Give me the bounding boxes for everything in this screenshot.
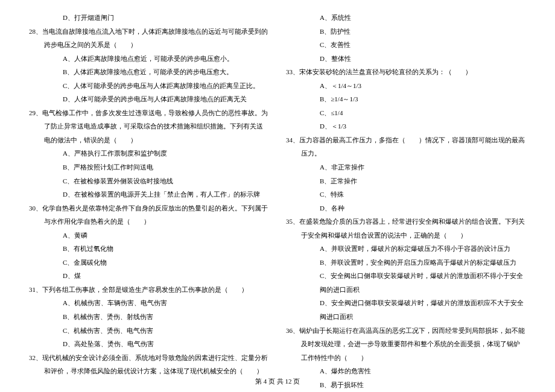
q28-option-c: C、人体可能承受的跨步电压与人体距离故障接地点的距离呈正比。 [29, 79, 269, 93]
q34-option-c: C、特殊 [286, 188, 526, 201]
q33-stem: 33、宋体安装砂轮的法兰盘直径与砂轮直径的关系为：（ ） [286, 65, 526, 79]
q27-option-d: D、打开烟道闸门 [29, 11, 269, 25]
q33-option-c: C、≤1/4 [286, 106, 526, 120]
q32-option-d: D、整体性 [286, 52, 526, 66]
q34-option-a: A、非正常操作 [286, 160, 526, 174]
two-column-layout: D、打开烟道闸门 28、当电流自故障接地点流入地下时，人体距离故障接地点的远近与… [29, 11, 526, 364]
page-footer: 第 4 页 共 12 页 [0, 377, 555, 386]
q34-option-d: D、各种 [286, 201, 526, 215]
q34-option-b: B、正常操作 [286, 174, 526, 188]
q35-option-a: A、并联设置时，爆破片的标定爆破压力不得小于容器的设计压力 [286, 242, 526, 256]
q30-option-a: A、黄磷 [29, 229, 269, 242]
q33-option-b: B、≥1/4～1/3 [286, 92, 526, 106]
q28-option-b: B、人体距离故障接地点愈近，可能承受的跨步电压愈大。 [29, 65, 269, 79]
q34-stem: 34、压力容器的最高工作压力，多指在（ ）情况下，容器顶部可能出现的最高压力。 [286, 133, 526, 160]
q32-option-a: A、系统性 [286, 11, 526, 25]
q35-option-c: C、安全阀出口侧串联安装爆破片时，爆破片的泄放面积不得小于安全阀的进口面积 [286, 269, 526, 296]
q33-option-a: A、＜1/4～1/3 [286, 79, 526, 93]
q29-option-a: A、严格执行工作票制度和监护制度 [29, 147, 269, 160]
left-column: D、打开烟道闸门 28、当电流自故障接地点流入地下时，人体距离故障接地点的远近与… [29, 11, 269, 364]
q30-option-b: B、有机过氧化物 [29, 242, 269, 256]
q36-option-a: A、爆炸的危害性 [286, 364, 526, 378]
q30-option-d: D、煤 [29, 269, 269, 283]
q28-option-d: D、人体可能承受的跨步电压与人体距离故障接地点的距离无关 [29, 92, 269, 106]
q35-stem: 35、在盛装危险介质的压力容器上，经常进行安全阀和爆破片的组合设置。下列关于安全… [286, 215, 526, 242]
q29-option-b: B、严格按照计划工作时间送电 [29, 160, 269, 174]
q31-option-c: C、机械伤害、烫伤、电气伤害 [29, 324, 269, 338]
q32-option-c: C、友善性 [286, 38, 526, 52]
q30-stem: 30、化学自热着火是依靠特定条件下自身的反应放出的热量引起的着火。下列属于与水作… [29, 201, 269, 229]
q35-option-d: D、安全阀进口侧串联安装爆破片时，爆破片的泄放面积应不大于安全阀进口面积 [286, 296, 526, 323]
q36-stem: 36、锅炉由于长期运行在高温高压的恶劣工况下，因而经常受到局部损坏，如不能及时发… [286, 324, 526, 365]
q28-stem: 28、当电流自故障接地点流入地下时，人体距离故障接地点的远近与可能承受到的跨步电… [29, 25, 269, 52]
q32-stem: 32、现代机械的安全设计必须全面、系统地对导致危险的因素进行定性、定量分析和评价… [29, 351, 269, 378]
q30-option-c: C、金属碳化物 [29, 256, 269, 270]
q32-option-b: B、防护性 [286, 25, 526, 39]
q31-stem: 31、下列各组工伤事故，全部是锻造生产容易发生的工伤事故的是（ ） [29, 283, 269, 297]
q31-option-d: D、高处坠落、烫伤、电气伤害 [29, 337, 269, 351]
q35-option-b: B、并联设置时，安全阀的开启压力应略高于爆破片的标定爆破压力 [286, 256, 526, 270]
q31-option-a: A、机械伤害、车辆伤害、电气伤害 [29, 296, 269, 310]
q31-option-b: B、机械伤害、烫伤、射线伤害 [29, 310, 269, 324]
q28-option-a: A、人体距离故障接地点愈近，可能承受的跨步电压愈小。 [29, 52, 269, 66]
q29-option-d: D、在被检修装置的电源开关上挂「禁止合闸，有人工作」的标示牌 [29, 188, 269, 201]
q29-stem: 29、电气检修工作中，曾多次发生过违章送电，导致检修人员伤亡的恶性事故。为了防止… [29, 106, 269, 147]
q33-option-d: D、＜1/3 [286, 119, 526, 133]
q29-option-c: C、在被检修装置外侧装设临时接地线 [29, 174, 269, 188]
right-column: A、系统性 B、防护性 C、友善性 D、整体性 33、宋体安装砂轮的法兰盘直径与… [286, 11, 526, 364]
